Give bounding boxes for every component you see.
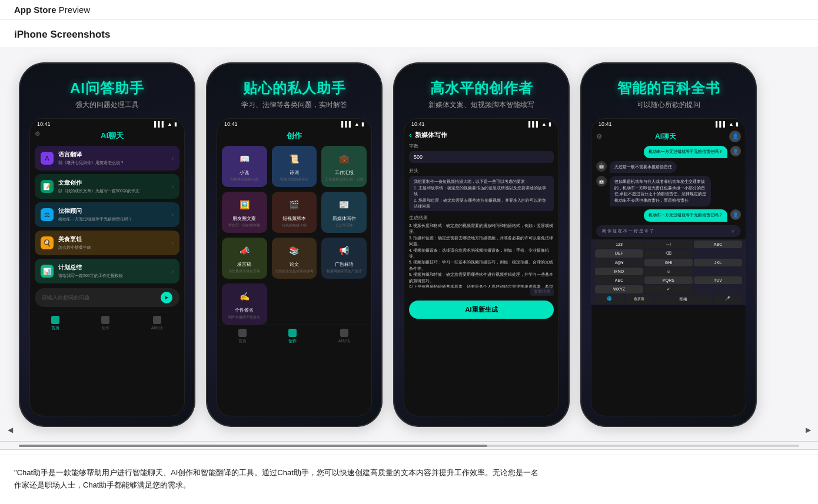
grid-item-speech[interactable]: 📣 发言稿 为您量身演讲发言稿: [222, 238, 267, 279]
scrollbar-area: [0, 442, 818, 450]
key-wxyz[interactable]: WXYZ: [595, 285, 643, 293]
intro-textarea[interactable]: 我想要制作一份短视频拍摄大纲，以下是一些可以考虑的要素：1. 主题和故事情：确定…: [409, 176, 554, 211]
phone2-nav: 首页 创作 AI对话: [217, 325, 371, 346]
key-globe[interactable]: 🌐: [595, 295, 624, 304]
key-enter[interactable]: ✓: [644, 285, 693, 293]
home-icon: [51, 316, 59, 324]
item-content-plan: 计划总结 请给我写一篇500字的工作汇报模板: [58, 263, 167, 279]
scroll-left-arrow[interactable]: ◀: [5, 425, 15, 435]
phone3-page-header: ‹ 新媒体写作: [404, 128, 558, 143]
app-store-header: App Store Preview: [0, 0, 818, 19]
back-button[interactable]: ‹: [409, 131, 411, 139]
wifi-icon: ▲: [541, 121, 547, 127]
phone2-subtitle: 学习、法律等各类问题，实时解答: [241, 100, 347, 110]
key-arrow[interactable]: →↑: [644, 241, 693, 248]
key-mic[interactable]: 🎤: [713, 295, 742, 304]
key-def[interactable]: DEF: [595, 249, 643, 258]
key-emoji[interactable]: ☺: [644, 268, 693, 275]
key-backspace[interactable]: ⌫: [644, 249, 693, 258]
user-bubble-2: 机动车一方无过错就等于无赔偿责任吗？: [644, 209, 727, 222]
speech-icon: 📣: [236, 242, 252, 259]
phone4-input-text: 我 你 这 在 不 一 好 是 今 了: [602, 228, 654, 234]
grid-item-signature[interactable]: ✍️ 个性签名 制作有趣的个性签名: [222, 283, 267, 325]
phone3-form: 字数 500 开头 我想要制作一份短视频拍摄大纲，以下是一些可以考虑的要素：1.…: [404, 143, 558, 288]
phone1-nav: 首页 创作 AI对话: [30, 312, 184, 333]
key-123[interactable]: 123: [595, 241, 643, 248]
grid-item-moments[interactable]: 🖼️ 朋友圈文案 帮您写一则的朋友圈: [222, 192, 267, 233]
report-icon: 💼: [336, 151, 353, 167]
scroll-right-arrow[interactable]: ▶: [803, 425, 813, 435]
phone4-statusbar: 10:41 ▌▌▌ ▲ ▮: [591, 119, 746, 128]
phone4-subtitle: 可以随心所欲的提问: [617, 100, 720, 110]
screen1-gear: ⚙: [35, 131, 40, 137]
phone-card-4: 智能的百科全书 可以随心所欲的提问 10:41 ▌▌▌ ▲ ▮ ⚙ AI聊天 👤: [580, 62, 757, 427]
media-icon: 📰: [336, 196, 353, 213]
phone3-time: 10:41: [411, 121, 425, 127]
key-abc[interactable]: ABC: [694, 241, 742, 248]
nav-item-create[interactable]: 创作: [101, 316, 109, 331]
phone-card-1: AI问答助手 强大的问题处理工具 10:41 ▌▌▌ ▲ ▮ ⚙ AI聊天: [19, 62, 195, 427]
key-pinyin[interactable]: 选拼音: [625, 295, 654, 304]
item-arrow: ›: [172, 183, 174, 190]
grid-item-poetry[interactable]: 📜 诗词 智能为您朗诵诗词: [272, 146, 317, 187]
keyboard-keys-row4: 🌐 选拼音 空格 🎤: [595, 295, 742, 304]
user-chat-icon: 👤: [730, 146, 741, 156]
key-jkl[interactable]: JKL: [694, 259, 742, 266]
word-count-input[interactable]: 500: [409, 151, 554, 163]
signal-icon: ▌▌▌: [341, 121, 353, 127]
key-tuv[interactable]: TUV: [694, 276, 742, 284]
create-icon: [101, 316, 109, 324]
phone4-header: 智能的百科全书 可以随心所欲的提问: [617, 79, 720, 110]
result-label: 生成结果: [409, 215, 554, 221]
item-content-writing: 文章创作 以《我的成长文章》为题写一篇500字的作文: [58, 179, 167, 194]
item-arrow: ›: [172, 268, 174, 275]
grid-item-novel[interactable]: 📖 小说 为您快写精彩小说: [222, 146, 267, 187]
key-space[interactable]: 空格: [655, 295, 713, 304]
key-symbols[interactable]: #@¥: [595, 259, 643, 266]
regenerate-button[interactable]: AI重新生成: [409, 301, 554, 319]
item-icon-food: 🍳: [41, 236, 54, 249]
phone4-input-bar[interactable]: 我 你 这 在 不 一 好 是 今 了 ∨: [596, 225, 741, 237]
phone2-time: 10:41: [224, 121, 238, 127]
list-item: ⚖ 法律顾问 机动车一方无过错就等于无赔偿责任吗？ ›: [35, 202, 179, 227]
grid-item-video[interactable]: 🎬 短视频脚本 短视频拍摄大纲: [272, 192, 317, 233]
grid-item-paper[interactable]: 📚 论文 为您的论文提供素材参考: [272, 238, 317, 279]
chat-message-user-1: 👤 机动车一方无过错就等于无赔偿责任吗？: [596, 146, 741, 158]
send-button[interactable]: ➤: [161, 292, 172, 303]
chat-message-ai-1: 🤖 无过错一般不需要承担赔偿责任: [596, 161, 741, 173]
intro-label: 开头: [409, 168, 554, 174]
phone1-statusbar: 10:41 ▌▌▌ ▲ ▮: [30, 119, 184, 128]
scrollbar-track: [19, 445, 799, 447]
phone4-time: 10:41: [598, 121, 612, 127]
item-content-legal: 法律顾问 机动车一方无过错就等于无赔偿责任吗？: [58, 207, 167, 222]
phone1-input-bar[interactable]: 请输入你想问的问题 ➤: [35, 288, 179, 307]
screenshots-scroll: AI问答助手 强大的问题处理工具 10:41 ▌▌▌ ▲ ▮ ⚙ AI聊天: [19, 62, 757, 427]
grid-item-media[interactable]: 📰 新媒体写作 公众号写作: [321, 192, 367, 233]
item-icon-translate: A: [41, 152, 54, 165]
nav-chat[interactable]: AI对话: [338, 329, 351, 344]
item-arrow: ›: [172, 240, 174, 246]
phone3-screen: 10:41 ▌▌▌ ▲ ▮ ‹ 新媒体写作 字数 500 开头 我: [404, 118, 559, 416]
ai-chat-icon: 🤖: [596, 161, 607, 172]
phone1-subtitle: 强大的问题处理工具: [70, 100, 144, 110]
nav-item-chat[interactable]: AI对话: [151, 316, 164, 331]
nav-create[interactable]: 创作: [288, 329, 297, 344]
phone-card-2: 贴心的私人助手 学习、法律等各类问题，实时解答 10:41 ▌▌▌ ▲ ▮ 创作…: [206, 62, 383, 427]
phone4-app-header: ⚙ AI聊天 👤: [591, 128, 746, 146]
key-ghi[interactable]: GHI: [644, 259, 693, 266]
grid-item-ad[interactable]: 📢 广告标语 检索网购词语的广告语: [321, 238, 367, 279]
create-icon: [288, 329, 297, 337]
nav-home[interactable]: 首页: [238, 329, 247, 344]
scrollbar-thumb[interactable]: [19, 445, 487, 447]
battery-icon: ▮: [361, 121, 364, 127]
nav-item-home[interactable]: 首页: [51, 316, 59, 331]
phone3-status-icons: ▌▌▌ ▲ ▮: [528, 121, 551, 127]
key-abc2[interactable]: ABC: [595, 276, 643, 284]
grid-item-report[interactable]: 💼 工作汇报 工作成果写成汇报、日报: [321, 146, 367, 187]
home-icon: [238, 329, 247, 337]
copy-button[interactable]: 复制结果: [530, 288, 554, 296]
key-mno[interactable]: MNO: [595, 268, 643, 275]
key-pqrs[interactable]: PQRS: [644, 276, 693, 284]
phone2-status-icons: ▌▌▌ ▲ ▮: [341, 121, 364, 127]
signal-icon: ▌▌▌: [528, 121, 540, 127]
